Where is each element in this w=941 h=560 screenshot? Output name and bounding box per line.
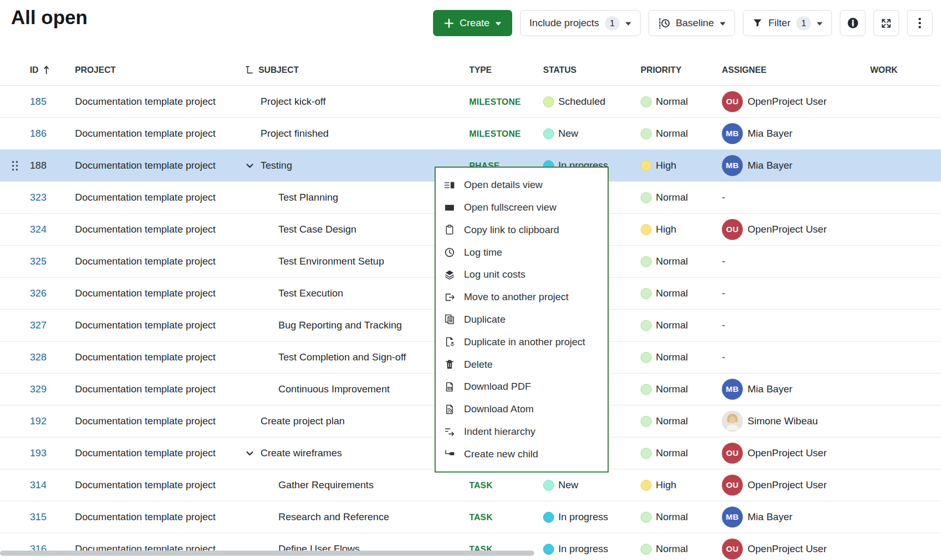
column-header-work[interactable]: WORK <box>870 65 911 75</box>
fullscreen-button[interactable] <box>873 10 899 36</box>
context-menu-item-download-pdf[interactable]: PDFDownload PDF <box>436 376 608 398</box>
work-package-row[interactable]: 316Documentation template projectDefine … <box>0 533 941 560</box>
project-name[interactable]: Documentation template project <box>75 479 215 491</box>
assignee-name[interactable]: OpenProject User <box>748 224 827 235</box>
priority-label[interactable]: Normal <box>656 128 688 139</box>
type-label[interactable]: MILESTONE <box>469 97 521 107</box>
type-label[interactable]: MILESTONE <box>469 129 521 139</box>
context-menu-item-log-unit-costs[interactable]: Log unit costs <box>436 263 608 286</box>
column-header-priority[interactable]: PRIORITY <box>641 65 722 75</box>
status-label[interactable]: New <box>558 128 578 139</box>
priority-label[interactable]: Normal <box>656 447 688 459</box>
work-package-id-link[interactable]: 185 <box>30 96 47 107</box>
status-label[interactable]: Scheduled <box>558 96 605 107</box>
work-package-id-link[interactable]: 324 <box>30 224 47 235</box>
create-button[interactable]: Create <box>433 10 512 36</box>
priority-label[interactable]: Normal <box>656 511 688 523</box>
status-label[interactable]: In progress <box>558 543 608 555</box>
work-package-row[interactable]: 315Documentation template projectResearc… <box>0 501 941 533</box>
priority-label[interactable]: High <box>656 224 676 235</box>
filter-button[interactable]: Filter 1 <box>743 10 832 36</box>
chevron-down-icon[interactable] <box>245 161 261 171</box>
subject-text[interactable]: Testing <box>261 160 292 171</box>
context-menu-item-create-new-child[interactable]: Create new child <box>436 443 608 465</box>
drag-handle-icon[interactable] <box>11 160 19 171</box>
context-menu-item-copy-link-to-clipboard[interactable]: Copy link to clipboard <box>436 219 608 241</box>
project-name[interactable]: Documentation template project <box>75 511 215 523</box>
status-label[interactable]: New <box>558 479 578 491</box>
work-package-id-link[interactable]: 325 <box>30 256 47 267</box>
subject-text[interactable]: Test Planning <box>278 192 338 203</box>
type-label[interactable]: TASK <box>469 480 493 490</box>
subject-text[interactable]: Project kick-off <box>261 96 326 107</box>
subject-text[interactable]: Test Completion and Sign-off <box>278 352 406 363</box>
assignee-name[interactable]: Mia Bayer <box>748 383 793 395</box>
subject-text[interactable]: Test Environment Setup <box>278 256 384 267</box>
assignee-name[interactable]: OpenProject User <box>748 543 827 555</box>
column-header-id[interactable]: ID <box>30 64 75 75</box>
project-name[interactable]: Documentation template project <box>75 383 215 395</box>
work-package-id-link[interactable]: 315 <box>30 511 47 523</box>
priority-label[interactable]: Normal <box>656 96 688 107</box>
hierarchy-icon[interactable] <box>245 65 258 74</box>
work-package-id-link[interactable]: 314 <box>30 479 47 491</box>
include-projects-button[interactable]: Include projects 1 <box>520 10 641 36</box>
column-header-status[interactable]: STATUS <box>543 65 641 75</box>
project-name[interactable]: Documentation template project <box>75 96 215 107</box>
project-name[interactable]: Documentation template project <box>75 447 215 459</box>
context-menu-item-indent-hierarchy[interactable]: Indent hierarchy <box>436 420 608 443</box>
context-menu-item-log-time[interactable]: Log time <box>436 241 608 263</box>
work-package-row[interactable]: 186Documentation template projectProject… <box>0 118 941 150</box>
subject-text[interactable]: Test Execution <box>278 288 343 299</box>
assignee-name[interactable]: Simone Wibeau <box>748 415 818 427</box>
context-menu-item-duplicate-in-another-project[interactable]: Duplicate in another project <box>436 331 608 353</box>
context-menu-item-move-to-another-project[interactable]: Move to another project <box>436 286 608 309</box>
status-label[interactable]: In progress <box>558 511 608 523</box>
project-name[interactable]: Documentation template project <box>75 288 215 299</box>
work-package-id-link[interactable]: 193 <box>30 447 47 459</box>
work-package-id-link[interactable]: 186 <box>30 128 47 139</box>
assignee-name[interactable]: Mia Bayer <box>748 511 793 523</box>
work-package-row[interactable]: 185Documentation template projectProject… <box>0 86 941 118</box>
context-menu-item-open-fullscreen-view[interactable]: Open fullscreen view <box>436 196 608 219</box>
priority-label[interactable]: Normal <box>656 192 688 203</box>
assignee-name[interactable]: Mia Bayer <box>748 128 793 139</box>
project-name[interactable]: Documentation template project <box>75 352 215 363</box>
baseline-button[interactable]: Baseline <box>648 10 735 36</box>
subject-text[interactable]: Bug Reporting and Tracking <box>278 320 402 331</box>
assignee-name[interactable]: OpenProject User <box>748 96 827 107</box>
subject-text[interactable]: Continuous Improvement <box>278 383 390 395</box>
priority-label[interactable]: High <box>656 479 676 491</box>
assignee-name[interactable]: OpenProject User <box>748 479 827 491</box>
work-package-id-link[interactable]: 192 <box>30 415 47 427</box>
priority-label[interactable]: Normal <box>656 256 688 267</box>
priority-label[interactable]: Normal <box>656 383 688 395</box>
project-name[interactable]: Documentation template project <box>75 160 215 171</box>
horizontal-scrollbar[interactable] <box>0 551 534 556</box>
priority-label[interactable]: High <box>656 160 676 171</box>
priority-label[interactable]: Normal <box>656 320 688 331</box>
context-menu-item-delete[interactable]: Delete <box>436 353 608 376</box>
subject-text[interactable]: Test Case Design <box>278 224 356 235</box>
context-menu-item-duplicate[interactable]: Duplicate <box>436 309 608 331</box>
priority-label[interactable]: Normal <box>656 352 688 363</box>
assignee-name[interactable]: Mia Bayer <box>748 160 793 171</box>
context-menu-item-open-details-view[interactable]: Open details view <box>436 174 608 196</box>
work-package-id-link[interactable]: 326 <box>30 288 47 299</box>
project-name[interactable]: Documentation template project <box>75 192 215 203</box>
column-header-type[interactable]: TYPE <box>469 65 543 75</box>
work-package-id-link[interactable]: 327 <box>30 320 47 331</box>
priority-label[interactable]: Normal <box>656 415 688 427</box>
context-menu-item-download-atom[interactable]: Download Atom <box>436 398 608 421</box>
project-name[interactable]: Documentation template project <box>75 320 215 331</box>
column-header-subject[interactable]: SUBJECT <box>245 65 469 75</box>
work-package-id-link[interactable]: 329 <box>30 383 47 395</box>
chevron-down-icon[interactable] <box>245 448 261 458</box>
project-name[interactable]: Documentation template project <box>75 256 215 267</box>
project-name[interactable]: Documentation template project <box>75 224 215 235</box>
subject-text[interactable]: Project finished <box>261 128 329 139</box>
work-package-row[interactable]: 314Documentation template projectGather … <box>0 469 941 501</box>
project-name[interactable]: Documentation template project <box>75 415 215 427</box>
subject-text[interactable]: Research and Reference <box>278 511 389 523</box>
subject-text[interactable]: Create project plan <box>261 415 345 427</box>
